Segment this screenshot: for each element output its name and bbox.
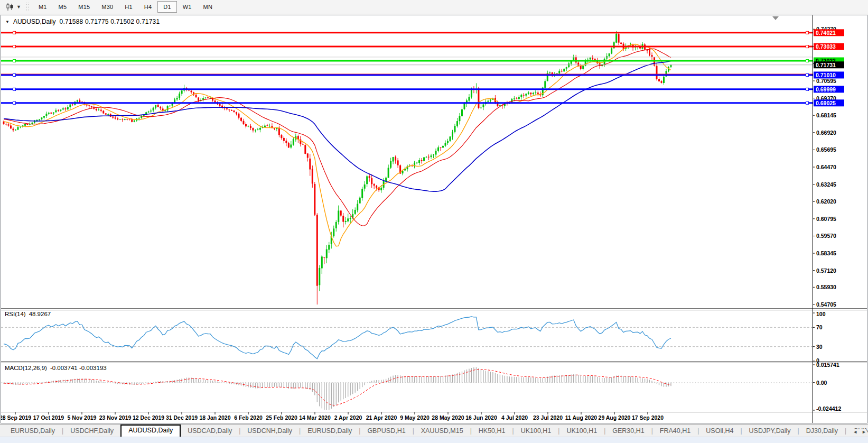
bear-candle-body xyxy=(278,128,280,135)
bull-candle-body xyxy=(487,101,489,102)
time-axis-tick-label: 23 Nov 2019 xyxy=(99,414,132,421)
bear-candle-body xyxy=(231,110,232,111)
bear-candle-body xyxy=(395,157,396,161)
price-axis-tick-label: 0.55930 xyxy=(816,284,836,290)
bear-candle-body xyxy=(340,210,342,215)
price-axis-tick-label: 0.58345 xyxy=(816,250,836,256)
bull-candle-body xyxy=(172,104,173,106)
bull-candle-body xyxy=(533,93,534,94)
price-axis-tick-label: 0.63245 xyxy=(816,181,836,188)
bull-candle-body xyxy=(480,108,482,108)
bull-candle-body xyxy=(511,99,512,102)
chart-tab-hk50-h1[interactable]: HK50,H1 xyxy=(472,426,512,437)
price-badge-label: 0.69025 xyxy=(816,100,836,106)
bull-candle-body xyxy=(328,245,330,250)
bull-candle-body xyxy=(357,204,358,210)
bear-candle-body xyxy=(561,71,563,71)
chart-tab-usdcad-daily[interactable]: USDCAD,Daily xyxy=(181,426,239,437)
bear-candle-body xyxy=(72,105,73,105)
bull-candle-body xyxy=(20,127,21,127)
timeframe-button-h1[interactable]: H1 xyxy=(119,1,138,13)
tab-scroll-right-icon[interactable]: ► xyxy=(862,429,866,435)
bear-candle-body xyxy=(656,66,658,79)
chart-tab-fra40-h1[interactable]: FRA40,H1 xyxy=(653,426,697,437)
timeframe-button-d1[interactable]: D1 xyxy=(157,1,176,13)
bull-candle-body xyxy=(468,97,470,100)
price-axis-tick-label: 0.66920 xyxy=(816,130,836,136)
bear-candle-body xyxy=(397,160,399,165)
hline-marker xyxy=(13,45,16,48)
bull-candle-body xyxy=(210,98,211,98)
macd-axis-tick-label: 0.00 xyxy=(816,380,827,386)
bear-candle-body xyxy=(288,143,290,147)
bull-candle-body xyxy=(326,250,328,259)
bull-candle-body xyxy=(670,65,672,67)
bear-candle-body xyxy=(661,81,662,83)
bear-candle-body xyxy=(112,117,114,118)
chart-tab-usdcnh-daily[interactable]: USDCNH,Daily xyxy=(240,426,299,437)
macd-axis-tick-label: 0.015741 xyxy=(816,362,839,368)
chart-tab-eurusd-daily[interactable]: EURUSD,Daily xyxy=(301,426,359,437)
bear-candle-body xyxy=(157,105,159,107)
timeframe-button-m15[interactable]: M15 xyxy=(72,1,96,13)
timeframe-button-m1[interactable]: M1 xyxy=(33,1,53,13)
bear-candle-body xyxy=(658,79,660,81)
bull-candle-body xyxy=(247,126,249,126)
bear-candle-body xyxy=(577,62,579,66)
bull-candle-body xyxy=(134,121,135,122)
bull-candle-body xyxy=(514,98,515,99)
tab-scroll-left-icon[interactable]: ◄ xyxy=(853,429,857,435)
chart-tab-ger30-h1[interactable]: GER30,H1 xyxy=(605,426,651,437)
bull-candle-body xyxy=(449,136,451,141)
time-axis-tick-label: 9 May 2020 xyxy=(400,414,430,421)
timeframe-button-m5[interactable]: M5 xyxy=(53,1,73,13)
bear-candle-body xyxy=(198,98,199,101)
chart-tab-uk100-h1[interactable]: UK100,H1 xyxy=(559,426,604,437)
chart-tab-usdchf-daily[interactable]: USDCHF,Daily xyxy=(63,426,120,437)
bull-candle-body xyxy=(435,151,437,155)
bear-candle-body xyxy=(592,58,593,59)
bull-candle-body xyxy=(143,115,145,116)
time-axis-tick-label: 31 Dec 2019 xyxy=(166,414,198,421)
bull-candle-body xyxy=(423,158,425,161)
bear-candle-body xyxy=(64,108,66,109)
chart-tab-gbpusd-h1[interactable]: GBPUSD,H1 xyxy=(360,426,412,437)
chart-tab-usdjpy-daily[interactable]: USDJPY,Daily xyxy=(742,426,798,437)
bear-candle-body xyxy=(233,110,235,112)
chart-ohlc-values: 0.71588 0.71775 0.71502 0.71731 xyxy=(60,18,160,25)
timeframe-button-mn[interactable]: MN xyxy=(198,1,219,13)
time-axis-tick-label: 23 Jul 2020 xyxy=(533,414,563,421)
bull-candle-body xyxy=(153,108,154,110)
time-axis-tick-label: 18 Jan 2020 xyxy=(200,414,231,421)
chart-tab-dj30-daily[interactable]: DJ30,Daily xyxy=(799,426,845,437)
timeframe-button-h4[interactable]: H4 xyxy=(138,1,157,13)
bear-candle-body xyxy=(117,118,118,119)
timeframe-button-m30[interactable]: M30 xyxy=(96,1,119,13)
bull-candle-body xyxy=(167,106,169,110)
bull-candle-body xyxy=(388,168,389,178)
chart-tab-uk100-h1[interactable]: UK100,H1 xyxy=(514,426,558,437)
bull-candle-body xyxy=(69,105,71,107)
bear-candle-body xyxy=(523,95,525,96)
timeframe-button-w1[interactable]: W1 xyxy=(177,1,198,13)
hline-marker xyxy=(13,73,16,76)
time-axis-tick-label: 5 Nov 2019 xyxy=(68,414,97,421)
time-axis-tick-label: 6 Feb 2020 xyxy=(234,414,263,421)
rsi-value: 48.9267 xyxy=(29,311,51,317)
chart-canvas[interactable]: 0.742700.730450.718200.705950.693700.681… xyxy=(1,15,867,423)
bull-candle-body xyxy=(582,66,584,69)
chart-type-button[interactable]: ▼ xyxy=(3,2,24,12)
time-axis-tick-label: 28 Sep 2019 xyxy=(1,414,31,421)
bull-candle-body xyxy=(176,98,178,99)
time-axis-tick-label: 29 Aug 2020 xyxy=(599,414,631,421)
chart-tab-xauusd-m15[interactable]: XAUUSD,M15 xyxy=(414,426,470,437)
rsi-axis-tick-label: 100 xyxy=(816,311,826,317)
bear-candle-body xyxy=(91,106,92,107)
chart-tab-eurusd-daily[interactable]: EURUSD,Daily xyxy=(4,426,62,437)
bear-candle-body xyxy=(309,159,311,170)
bear-candle-body xyxy=(316,215,318,285)
chart-tab-usoil-h4[interactable]: USOil,H4 xyxy=(699,426,740,437)
time-axis: 28 Sep 201917 Oct 20195 Nov 201923 Nov 2… xyxy=(1,412,664,421)
chart-tab-audusd-daily[interactable]: AUDUSD,Daily xyxy=(120,424,181,437)
bull-candle-body xyxy=(293,139,294,145)
